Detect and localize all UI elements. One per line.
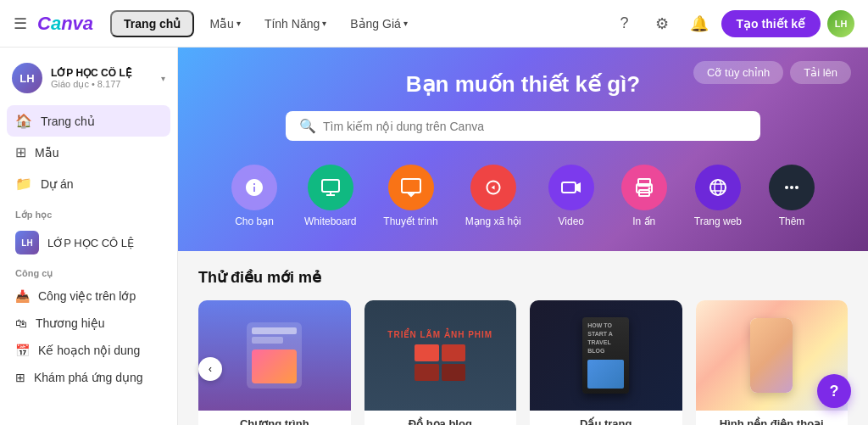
icon-mangxahoi[interactable]: Mạng xã hội	[452, 158, 535, 234]
hero-section: Cỡ tùy chỉnh Tải lên Bạn muốn thiết kế g…	[178, 48, 868, 251]
section-title: Thử điều mới mẻ	[198, 268, 848, 287]
content-section: Thử điều mới mẻ ‹ Chương trình	[178, 251, 868, 425]
sidebar-item-duan[interactable]: 📁 Dự án	[7, 168, 170, 199]
svg-rect-0	[322, 180, 339, 192]
them-icon	[769, 165, 815, 210]
sidebar-item-kehoach[interactable]: 📅 Kế hoạch nội dung	[0, 337, 177, 364]
svg-point-15	[790, 186, 793, 189]
card-dohoablog-label: Đồ họa blog	[364, 411, 517, 425]
card-dohoablog[interactable]: TRIỂN LÃM ẢNH PHIM Đồ họa blog	[364, 300, 517, 425]
inan-icon	[621, 165, 667, 210]
card-grid: ‹ Chương trình	[198, 300, 848, 425]
card-chuongtrinh-image	[198, 300, 351, 411]
avatar[interactable]: LH	[827, 10, 854, 37]
chobang-icon	[231, 165, 277, 210]
icon-inan[interactable]: In ấn	[608, 158, 681, 234]
header: ☰ Canva Trang chủ Mẫu ▾ Tính Năng ▾ Bảng…	[0, 0, 868, 48]
search-icon: 🔍	[299, 118, 316, 134]
sidebar-account-name: LỚP HỌC CÔ LỆ	[51, 67, 153, 79]
folder-icon: 📁	[15, 176, 32, 192]
nav-banggia[interactable]: Bảng Giá ▾	[342, 12, 416, 36]
video-icon	[548, 165, 594, 210]
icon-thuyettrinh[interactable]: Thuyết trình	[370, 158, 451, 234]
nav-tinhnang[interactable]: Tính Năng ▾	[256, 12, 335, 36]
card-dautrang-image: HOW TO START A TRAVEL BLOG	[530, 300, 682, 411]
section-label-lophoc: Lớp học	[0, 203, 177, 224]
svg-point-10	[710, 180, 726, 195]
main-content: Cỡ tùy chỉnh Tải lên Bạn muốn thiết kế g…	[178, 48, 868, 425]
search-input[interactable]	[323, 120, 747, 133]
icon-chobang[interactable]: Cho bạn	[218, 158, 291, 234]
inbox-icon: 📥	[15, 289, 30, 303]
icon-video[interactable]: Video	[535, 158, 608, 234]
svg-rect-5	[562, 182, 576, 193]
calendar-icon: 📅	[15, 344, 30, 357]
chevron-down-icon: ▾	[403, 19, 408, 28]
sidebar-account-sub: Giáo dục • 8.177	[51, 79, 153, 90]
nav-trangchu[interactable]: Trang chủ	[110, 10, 194, 37]
body: LH LỚP HỌC CÔ LỆ Giáo dục • 8.177 ▾ 🏠 Tr…	[0, 48, 868, 425]
chevron-down-icon: ▾	[322, 19, 326, 28]
gear-icon[interactable]: ⚙	[647, 8, 677, 39]
create-button[interactable]: Tạo thiết kế	[721, 10, 821, 37]
svg-point-11	[715, 180, 721, 195]
thuyettrinh-icon	[388, 165, 434, 210]
carousel-prev-button[interactable]: ‹	[198, 357, 222, 381]
card-dautrang[interactable]: HOW TO START A TRAVEL BLOG Dấu trang	[530, 300, 682, 425]
upload-button[interactable]: Tải lên	[790, 61, 851, 84]
svg-point-16	[795, 186, 798, 189]
sidebar-item-lophoccole[interactable]: LH LỚP HỌC CÔ LỆ	[0, 224, 177, 261]
header-right: ? ⚙ 🔔 Tạo thiết kế LH	[609, 8, 854, 39]
icon-whiteboard[interactable]: Whiteboard	[291, 158, 370, 234]
nav-mau[interactable]: Mẫu ▾	[201, 12, 248, 36]
hamburger-icon[interactable]: ☰	[14, 14, 27, 33]
svg-point-9	[648, 187, 650, 190]
hero-buttons: Cỡ tùy chỉnh Tải lên	[693, 61, 851, 84]
card-hinhnen[interactable]: Hình nền điện thoại	[696, 300, 849, 425]
chobang-label: Cho bạn	[235, 215, 274, 227]
sidebar-item-congviec[interactable]: 📥 Công việc trên lớp	[0, 282, 177, 310]
whiteboard-label: Whiteboard	[304, 215, 356, 227]
chevron-down-icon: ▾	[161, 74, 165, 83]
video-label: Video	[559, 215, 584, 227]
apps-icon: ⊞	[15, 371, 25, 384]
svg-point-14	[785, 186, 788, 189]
help-fab-button[interactable]: ?	[817, 374, 851, 408]
sidebar: LH LỚP HỌC CÔ LỆ Giáo dục • 8.177 ▾ 🏠 Tr…	[0, 48, 178, 425]
sidebar-item-mau[interactable]: ⊞ Mẫu	[7, 137, 170, 168]
search-bar: 🔍	[286, 111, 760, 141]
whiteboard-icon	[308, 165, 353, 210]
card-chuongtrinh-label: Chương trình	[198, 411, 351, 425]
inan-label: In ấn	[632, 215, 655, 227]
card-hinhnen-label: Hình nền điện thoại	[696, 411, 849, 425]
logo-text: Canva	[37, 13, 93, 35]
svg-rect-3	[402, 179, 420, 193]
sidebar-item-khampha[interactable]: ⊞ Khám phá ứng dụng	[0, 364, 177, 391]
icon-trangweb[interactable]: Trang web	[681, 158, 755, 234]
section-label-congcu: Công cụ	[0, 261, 177, 282]
logo[interactable]: Canva	[37, 13, 93, 35]
trangweb-icon	[695, 165, 741, 210]
sidebar-item-thuonghieu[interactable]: 🛍 Thương hiệu	[0, 310, 177, 337]
icon-them[interactable]: Thêm	[755, 158, 828, 234]
mangxahoi-icon	[470, 165, 516, 210]
custom-size-button[interactable]: Cỡ tùy chỉnh	[693, 61, 783, 84]
sidebar-item-trangchu[interactable]: 🏠 Trang chủ	[7, 105, 170, 137]
sidebar-account[interactable]: LH LỚP HỌC CÔ LỆ Giáo dục • 8.177 ▾	[0, 54, 177, 102]
home-icon: 🏠	[15, 113, 32, 129]
card-dautrang-label: Dấu trang	[530, 411, 682, 425]
sidebar-avatar: LH	[12, 63, 42, 93]
trangweb-label: Trang web	[694, 215, 742, 227]
sidebar-main-nav: 🏠 Trang chủ ⊞ Mẫu 📁 Dự án	[0, 102, 177, 203]
thuyettrinh-label: Thuyết trình	[383, 215, 437, 227]
bell-icon[interactable]: 🔔	[684, 8, 715, 39]
them-label: Thêm	[779, 215, 805, 227]
brand-icon: 🛍	[15, 316, 27, 330]
card-chuongtrinh[interactable]: Chương trình	[198, 300, 351, 425]
mangxahoi-label: Mạng xã hội	[465, 215, 521, 227]
icon-grid: Cho bạn Whiteboard Thuyết trình	[212, 158, 834, 234]
help-icon[interactable]: ?	[609, 8, 640, 39]
class-icon: LH	[15, 231, 39, 254]
card-dohoablog-image: TRIỂN LÃM ẢNH PHIM	[364, 300, 517, 411]
grid-icon: ⊞	[15, 144, 26, 160]
